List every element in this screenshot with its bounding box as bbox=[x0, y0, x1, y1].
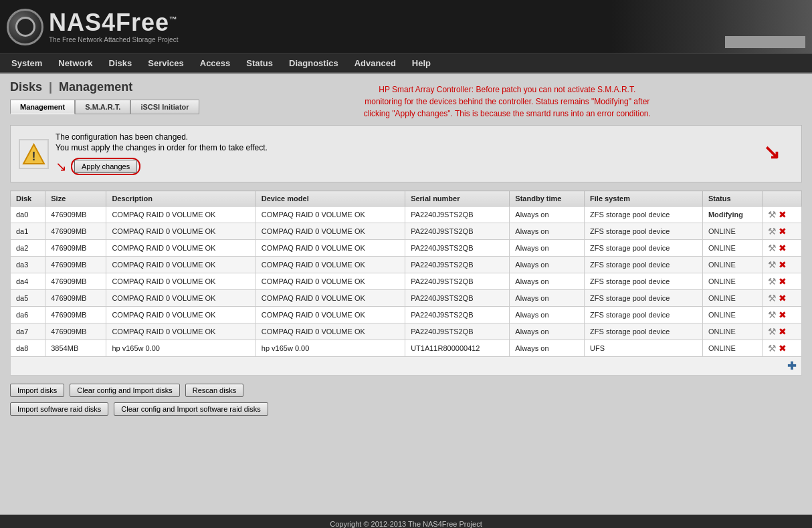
delete-icon[interactable]: ✖ bbox=[779, 243, 787, 253]
cell-size: 476909MB bbox=[45, 257, 106, 273]
tab-management[interactable]: Management bbox=[10, 100, 75, 114]
clear-config-import-software-raid-button[interactable]: Clear config and Import software raid di… bbox=[114, 402, 268, 416]
cell-filesystem: UFS bbox=[585, 340, 703, 357]
nav-access[interactable]: Access bbox=[192, 55, 239, 72]
cell-model: COMPAQ RAID 0 VOLUME OK bbox=[256, 257, 405, 273]
delete-icon[interactable]: ✖ bbox=[779, 293, 787, 303]
search-input[interactable] bbox=[725, 36, 805, 48]
cell-serial: PA2240J9STS2QB bbox=[405, 223, 510, 240]
cell-filesystem: ZFS storage pool device bbox=[585, 223, 703, 240]
arrow-to-modifying: ↘ bbox=[763, 140, 780, 167]
cell-disk: da1 bbox=[11, 223, 45, 240]
edit-icon[interactable]: ⚒ bbox=[768, 293, 777, 303]
table-row: da2 476909MB COMPAQ RAID 0 VOLUME OK COM… bbox=[11, 240, 802, 257]
cell-status: ONLINE bbox=[702, 273, 762, 290]
cell-serial: UT1A11R800000412 bbox=[405, 340, 510, 357]
cell-model: hp v165w 0.00 bbox=[256, 340, 405, 357]
delete-icon[interactable]: ✖ bbox=[779, 276, 787, 287]
cell-serial: PA2240J9STS2QB bbox=[405, 240, 510, 257]
cell-model: COMPAQ RAID 0 VOLUME OK bbox=[256, 307, 405, 323]
col-filesystem: File system bbox=[585, 191, 703, 207]
import-software-raid-button[interactable]: Import software raid disks bbox=[10, 402, 108, 416]
delete-icon[interactable]: ✖ bbox=[779, 209, 787, 220]
edit-icon[interactable]: ⚒ bbox=[768, 309, 777, 320]
edit-icon[interactable]: ⚒ bbox=[768, 343, 777, 354]
cell-filesystem: ZFS storage pool device bbox=[585, 273, 703, 290]
disks-table: Disk Size Description Device model Seria… bbox=[10, 190, 802, 376]
cell-description: hp v165w 0.00 bbox=[106, 340, 256, 357]
clear-config-import-disks-button[interactable]: Clear config and Import disks bbox=[70, 384, 179, 397]
delete-icon[interactable]: ✖ bbox=[779, 226, 787, 237]
cell-disk: da8 bbox=[11, 340, 45, 357]
cell-standby: Always on bbox=[510, 307, 585, 323]
footer: Copyright © 2012-2013 The NAS4Free Proje… bbox=[0, 515, 812, 528]
table-row: da5 476909MB COMPAQ RAID 0 VOLUME OK COM… bbox=[11, 290, 802, 307]
cell-size: 476909MB bbox=[45, 323, 106, 340]
logo-area: NAS4Free™ The Free Network Attached Stor… bbox=[7, 9, 178, 45]
alert-text: The configuration has been changed. You … bbox=[56, 132, 756, 175]
cell-description: COMPAQ RAID 0 VOLUME OK bbox=[106, 323, 256, 340]
cell-actions: ⚒ ✖ bbox=[763, 257, 802, 273]
cell-standby: Always on bbox=[510, 340, 585, 357]
col-actions bbox=[763, 191, 802, 207]
header-right bbox=[611, 0, 812, 53]
delete-icon[interactable]: ✖ bbox=[779, 343, 787, 354]
cell-actions: ⚒ ✖ bbox=[763, 290, 802, 307]
bottom-row2: Import software raid disks Clear config … bbox=[10, 402, 802, 416]
edit-icon[interactable]: ⚒ bbox=[768, 243, 777, 253]
table-row: da4 476909MB COMPAQ RAID 0 VOLUME OK COM… bbox=[11, 273, 802, 290]
delete-icon[interactable]: ✖ bbox=[779, 309, 787, 320]
apply-changes-wrapper: ↘ Apply changes bbox=[56, 158, 756, 175]
alert-line1: The configuration has been changed. bbox=[56, 132, 756, 142]
nav-system[interactable]: System bbox=[3, 55, 50, 72]
cell-model: COMPAQ RAID 0 VOLUME OK bbox=[256, 290, 405, 307]
page-header: Disks | Management Management S.M.A.R.T.… bbox=[10, 80, 802, 120]
logo-text: NAS4Free™ The Free Network Attached Stor… bbox=[49, 11, 178, 43]
footer-text: Copyright © 2012-2013 The NAS4Free Proje… bbox=[330, 520, 482, 528]
header: NAS4Free™ The Free Network Attached Stor… bbox=[0, 0, 812, 53]
navbar: System Network Disks Services Access Sta… bbox=[0, 53, 812, 74]
cell-disk: da3 bbox=[11, 257, 45, 273]
cell-size: 3854MB bbox=[45, 340, 106, 357]
table-row: da7 476909MB COMPAQ RAID 0 VOLUME OK COM… bbox=[11, 323, 802, 340]
tab-smart[interactable]: S.M.A.R.T. bbox=[75, 100, 130, 114]
cell-description: COMPAQ RAID 0 VOLUME OK bbox=[106, 240, 256, 257]
page-header-left: Disks | Management Management S.M.A.R.T.… bbox=[10, 80, 199, 114]
cell-serial: PA2240J9STS2QB bbox=[405, 323, 510, 340]
import-disks-button[interactable]: Import disks bbox=[10, 384, 64, 397]
rescan-disks-button[interactable]: Rescan disks bbox=[185, 384, 243, 397]
nav-network[interactable]: Network bbox=[50, 55, 100, 72]
warning-message: HP Smart Array Controller: Before patch … bbox=[213, 80, 802, 120]
cell-description: COMPAQ RAID 0 VOLUME OK bbox=[106, 257, 256, 273]
cell-serial: PA2240J9STS2QB bbox=[405, 257, 510, 273]
delete-icon[interactable]: ✖ bbox=[779, 326, 787, 337]
apply-changes-button[interactable]: Apply changes bbox=[74, 160, 137, 173]
nav-status[interactable]: Status bbox=[238, 55, 281, 72]
nav-diagnostics[interactable]: Diagnostics bbox=[281, 55, 346, 72]
delete-icon[interactable]: ✖ bbox=[779, 259, 787, 270]
cell-status: ONLINE bbox=[702, 340, 762, 357]
apply-btn-ellipse: Apply changes bbox=[71, 158, 140, 175]
edit-icon[interactable]: ⚒ bbox=[768, 209, 777, 220]
cell-disk: da5 bbox=[11, 290, 45, 307]
cell-standby: Always on bbox=[510, 273, 585, 290]
cell-actions: ⚒ ✖ bbox=[763, 207, 802, 223]
cell-actions: ⚒ ✖ bbox=[763, 240, 802, 257]
cell-size: 476909MB bbox=[45, 223, 106, 240]
edit-icon[interactable]: ⚒ bbox=[768, 259, 777, 270]
nav-disks[interactable]: Disks bbox=[101, 55, 140, 72]
table-body: da0 476909MB COMPAQ RAID 0 VOLUME OK COM… bbox=[11, 207, 802, 357]
cell-actions: ⚒ ✖ bbox=[763, 273, 802, 290]
nav-services[interactable]: Services bbox=[140, 55, 192, 72]
nav-advanced[interactable]: Advanced bbox=[346, 55, 404, 72]
tab-iscsi[interactable]: iSCSI Initiator bbox=[130, 100, 199, 114]
bottom-row1: Import disks Clear config and Import dis… bbox=[10, 384, 802, 397]
cell-standby: Always on bbox=[510, 240, 585, 257]
edit-icon[interactable]: ⚒ bbox=[768, 226, 777, 237]
nav-help[interactable]: Help bbox=[404, 55, 439, 72]
add-disk-icon[interactable]: ✚ bbox=[787, 360, 796, 372]
edit-icon[interactable]: ⚒ bbox=[768, 276, 777, 287]
cell-size: 476909MB bbox=[45, 307, 106, 323]
edit-icon[interactable]: ⚒ bbox=[768, 326, 777, 337]
logo-subtitle: The Free Network Attached Storage Projec… bbox=[49, 36, 178, 43]
